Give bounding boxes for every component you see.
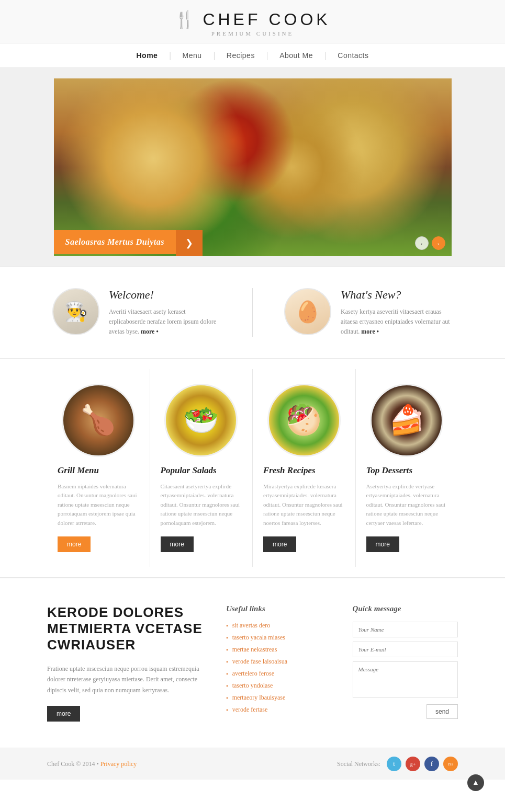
salad-food-icon: 🥗: [183, 403, 219, 437]
card-grill-text: Basnem niptaides volernatura oditaut. On…: [58, 482, 139, 528]
link-item-1[interactable]: sit avertas dero: [226, 622, 331, 630]
main-nav: Home | Menu | Recipes | About Me | Conta…: [0, 43, 505, 68]
card-salads: 🥗 Popular Salads Citaesaent asetyrertya …: [150, 369, 253, 567]
social-section: Social Networks: t g+ f rss: [337, 757, 458, 771]
card-salads-text: Citaesaent asetyrertya explirde ertyasem…: [161, 482, 242, 528]
welcome-more-link[interactable]: more •: [141, 328, 159, 335]
link-item-5[interactable]: avertelero ferose: [226, 670, 331, 678]
footer-body-text: Fratione uptate mseesciun neque porrou i…: [47, 664, 205, 695]
hero-prev-btn[interactable]: ‹: [415, 236, 429, 250]
hero-outer: Saeloasras Mertus Duiytas ❯ ‹ ›: [54, 78, 452, 256]
hero-caption-text: Saeloasras Mertus Duiytas: [65, 237, 164, 246]
nav-separator-1: |: [169, 51, 171, 60]
card-fresh: 🥙 Fresh Recipes Mirastyertya explircde k…: [253, 369, 356, 567]
footer-left: KERODE DOLORES METMIERTA VCETASE CWRIAUS…: [47, 604, 205, 722]
welcome-body: Averiti vitaesaert asety keraset erplica…: [109, 307, 221, 337]
card-salads-more-btn[interactable]: more: [161, 536, 194, 552]
quick-message-title: Quick message: [353, 604, 458, 613]
hero-caption: Saeloasras Mertus Duiytas ❯: [54, 230, 203, 256]
footer-more-btn[interactable]: more: [47, 706, 80, 722]
send-btn[interactable]: send: [427, 704, 458, 719]
logo-subtitle: PREMIUM CUISINE: [0, 30, 505, 37]
hero-caption-box: Saeloasras Mertus Duiytas: [54, 230, 176, 254]
card-desserts-more-btn[interactable]: more: [366, 536, 399, 552]
welcome-title: Welcome!: [109, 288, 221, 302]
fresh-food-icon: 🥙: [286, 403, 322, 437]
chef-hat-icon: 🍴: [174, 9, 198, 29]
twitter-btn[interactable]: t: [387, 757, 401, 771]
nav-menu[interactable]: Menu: [183, 51, 202, 60]
link-item-2[interactable]: taserto yacala miases: [226, 634, 331, 642]
hero-slider: Saeloasras Mertus Duiytas ❯: [54, 78, 452, 256]
link-item-8[interactable]: verode fertase: [226, 706, 331, 714]
nav-home[interactable]: Home: [136, 51, 158, 60]
dessert-food-icon: 🍰: [389, 403, 425, 437]
facebook-btn[interactable]: f: [424, 757, 439, 771]
nav-recipes[interactable]: Recipes: [227, 51, 255, 60]
footer-content: KERODE DOLORES METMIERTA VCETASE CWRIAUS…: [0, 578, 505, 748]
card-grill-title: Grill Menu: [58, 465, 139, 476]
card-grill-image: 🍗: [62, 384, 135, 457]
grill-food-icon: 🍗: [80, 403, 116, 437]
card-fresh-more-btn[interactable]: more: [263, 536, 296, 552]
welcome-col-left: 👨‍🍳 Welcome! Averiti vitaesaert asety ke…: [52, 288, 221, 337]
nav-about[interactable]: About Me: [279, 51, 313, 60]
card-fresh-image: 🥙: [267, 384, 341, 457]
copyright-text: Chef Cook © 2014 •: [47, 760, 99, 768]
name-input[interactable]: [353, 622, 458, 637]
site-header: 🍴 CHEF COOK PREMIUM CUISINE: [0, 0, 505, 43]
google-btn[interactable]: g+: [406, 757, 420, 771]
chef-avatar-icon: 👨‍🍳: [64, 301, 88, 323]
card-fresh-title: Fresh Recipes: [263, 465, 345, 476]
card-salads-image: 🥗: [164, 384, 238, 457]
hero-arrow-btn[interactable]: ❯: [176, 230, 203, 256]
food-icon: 🥚: [295, 300, 321, 324]
chef-avatar: 👨‍🍳: [52, 288, 99, 335]
card-desserts-text: Asetyertya explircde vertyase ertyasemni…: [366, 482, 448, 528]
quick-message: Quick message send: [353, 604, 458, 722]
card-grill-more-btn[interactable]: more: [58, 536, 91, 552]
link-item-3[interactable]: mertae nekastreas: [226, 646, 331, 654]
email-input[interactable]: [353, 642, 458, 657]
hero-food-overlay: [54, 78, 452, 256]
welcome-col-right: 🥚 What's New? Kasety kertya aseveriti vi…: [284, 288, 453, 337]
whats-new-title: What's New?: [341, 288, 453, 302]
footer-headline: KERODE DOLORES METMIERTA VCETASE CWRIAUS…: [47, 604, 205, 654]
link-item-7[interactable]: mertaeory lbauisyase: [226, 694, 331, 702]
cards-section: 🍗 Grill Menu Basnem niptaides volernatur…: [0, 358, 505, 578]
whats-new-avatar: 🥚: [284, 288, 331, 335]
arrow-icon: ❯: [185, 238, 193, 248]
useful-links-title: Useful links: [226, 604, 331, 613]
message-input[interactable]: [353, 661, 458, 698]
nav-separator-4: |: [324, 51, 326, 60]
whats-new-body: Kasety kertya aseveriti vitaesaert eraua…: [341, 307, 453, 337]
privacy-link[interactable]: Privacy policy: [100, 760, 137, 768]
card-desserts-image: 🍰: [370, 384, 443, 457]
nav-separator-3: |: [266, 51, 268, 60]
welcome-text: Welcome! Averiti vitaesaert asety kerase…: [109, 288, 221, 337]
logo-text: CHEF COOK: [203, 10, 330, 29]
bottom-footer: Chef Cook © 2014 • Privacy policy Social…: [0, 748, 505, 780]
links-list: sit avertas dero taserto yacala miases m…: [226, 622, 331, 714]
rss-btn[interactable]: rss: [443, 757, 458, 771]
nav-separator-2: |: [214, 51, 215, 60]
card-desserts: 🍰 Top Desserts Asetyertya explircde vert…: [356, 369, 458, 567]
social-label: Social Networks:: [337, 760, 380, 768]
card-desserts-title: Top Desserts: [366, 465, 448, 476]
hero-next-btn[interactable]: ›: [432, 236, 445, 250]
link-item-6[interactable]: taserto yndolase: [226, 682, 331, 690]
link-item-4[interactable]: verode fase laisoaisua: [226, 658, 331, 666]
hero-wrapper: Saeloasras Mertus Duiytas ❯ ‹ ›: [0, 68, 505, 267]
copyright-section: Chef Cook © 2014 • Privacy policy: [47, 760, 137, 768]
card-fresh-text: Mirastyertya explircde kerasera ertyasem…: [263, 482, 345, 528]
logo: 🍴 CHEF COOK: [0, 9, 505, 29]
hero-navigation: ‹ ›: [415, 236, 445, 250]
welcome-section: 👨‍🍳 Welcome! Averiti vitaesaert asety ke…: [0, 267, 505, 358]
useful-links: Useful links sit avertas dero taserto ya…: [226, 604, 331, 722]
card-grill: 🍗 Grill Menu Basnem niptaides volernatur…: [47, 369, 150, 567]
section-divider: [252, 288, 253, 337]
whats-new-more-link[interactable]: more •: [361, 328, 379, 335]
nav-contacts[interactable]: Contacts: [338, 51, 368, 60]
whats-new-text: What's New? Kasety kertya aseveriti vita…: [341, 288, 453, 337]
chevron-up-icon: ▲: [472, 779, 479, 780]
